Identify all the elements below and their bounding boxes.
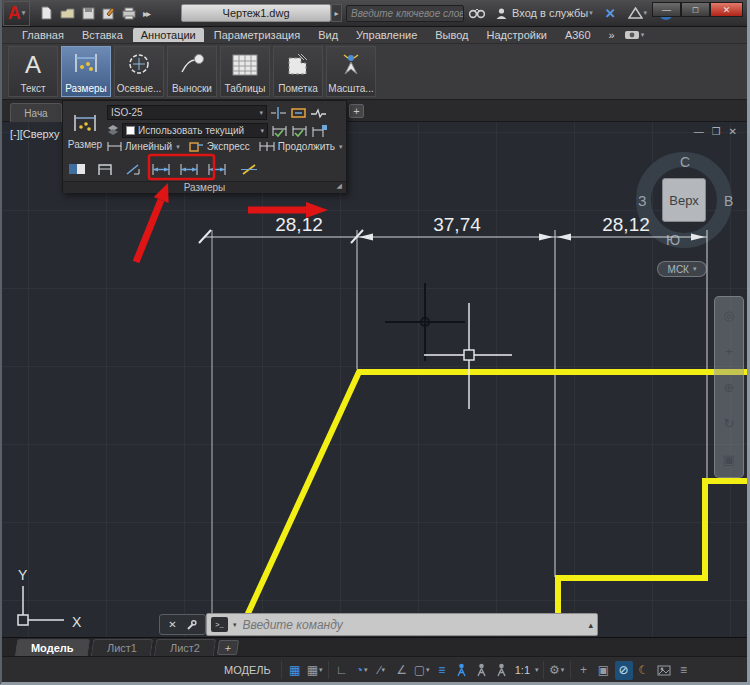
- filename-tab[interactable]: Чертеж1.dwg: [181, 4, 331, 22]
- scale-caret-icon[interactable]: ▾: [535, 666, 539, 674]
- filename-menu-arrow-icon[interactable]: ▸: [331, 4, 342, 22]
- break-dimension-icon[interactable]: [270, 106, 287, 120]
- isodraft-icon[interactable]: ∕▾: [373, 661, 391, 680]
- graphics-performance-icon[interactable]: ⊘: [615, 661, 633, 680]
- tab-layout1[interactable]: Лист1: [90, 639, 152, 656]
- model-space-button[interactable]: МОДЕЛЬ: [218, 664, 277, 676]
- exchange-apps-icon[interactable]: ✕: [605, 6, 616, 21]
- vp-close-icon[interactable]: ✕: [729, 126, 737, 137]
- new-file-icon[interactable]: [40, 6, 53, 20]
- current-scale-button[interactable]: 1:1: [513, 664, 532, 676]
- new-layout-button[interactable]: +: [217, 640, 239, 655]
- ribbon-display-icon[interactable]: ▾: [624, 30, 645, 40]
- tab-model[interactable]: Модель: [15, 639, 90, 656]
- search-input[interactable]: Введите ключевое слово/фразу: [346, 5, 464, 22]
- express-button[interactable]: Экспресс: [207, 141, 250, 152]
- signin-person-icon[interactable]: [495, 7, 508, 20]
- continue-button[interactable]: Продолжить: [278, 141, 335, 152]
- polar-tracking-icon[interactable]: ◔▾: [353, 661, 371, 680]
- adjust-space-icon[interactable]: [290, 106, 307, 120]
- command-line[interactable]: >_ ▾ ▴: [206, 613, 598, 636]
- inspect-dimension-icon[interactable]: [271, 124, 288, 138]
- ortho-mode-icon[interactable]: ∟: [333, 661, 351, 680]
- navigation-bar[interactable]: ◎ + ⊕ ↻ ▣: [714, 296, 744, 478]
- grid-display-icon[interactable]: ▦: [286, 661, 304, 680]
- dim-style-combo[interactable]: ISO-25▾: [107, 105, 267, 120]
- panel-dimensions-button[interactable]: Размеры: [61, 46, 111, 97]
- quick-view-icon[interactable]: [655, 661, 673, 680]
- tab-vstavka[interactable]: Вставка: [74, 28, 131, 42]
- pan-icon[interactable]: +: [725, 344, 733, 359]
- ucs-badge[interactable]: МСК▾: [657, 261, 707, 277]
- viewcube-face-top[interactable]: Верх: [662, 178, 706, 222]
- panel-launcher-icon[interactable]: ◢: [337, 182, 342, 190]
- annotation-scale-icon[interactable]: [493, 661, 511, 680]
- dim-style-h-icon[interactable]: [94, 160, 116, 178]
- customization-menu-icon[interactable]: ≡: [675, 661, 693, 680]
- panel-scale-button[interactable]: Масшта...: [326, 46, 376, 97]
- tab-layout2[interactable]: Лист2: [153, 639, 215, 656]
- panel-tables-button[interactable]: Таблицы: [220, 46, 270, 97]
- lineweight-icon[interactable]: ≡: [433, 661, 451, 680]
- update-icon[interactable]: [66, 160, 88, 178]
- viewcube-north[interactable]: С: [680, 154, 690, 170]
- arrowheads-both-icon[interactable]: [150, 160, 172, 178]
- new-drawing-tab-button[interactable]: +: [349, 104, 364, 118]
- annotation-visibility-icon[interactable]: [453, 661, 471, 680]
- open-folder-icon[interactable]: [60, 7, 75, 20]
- navwheel-icon[interactable]: ◎: [723, 308, 734, 323]
- viewcube[interactable]: С З В Ю Верх: [636, 152, 732, 248]
- linear-button[interactable]: Линейный: [125, 141, 172, 152]
- tab-vid[interactable]: Вид: [310, 28, 346, 42]
- panel-title[interactable]: Размеры: [63, 181, 346, 193]
- panel-centerlines-button[interactable]: Осевые...: [114, 46, 164, 97]
- viewcube-south[interactable]: Ю: [666, 232, 680, 248]
- arrowheads-first-icon[interactable]: [178, 160, 200, 178]
- panel-leaders-button[interactable]: Выноски: [167, 46, 217, 97]
- annotation-autoscale-icon[interactable]: [473, 661, 491, 680]
- close-button[interactable]: ✕: [710, 2, 743, 17]
- tab-nadstroyki[interactable]: Надстройки: [479, 28, 555, 42]
- app-logo-icon[interactable]: A▾: [3, 1, 30, 26]
- update-dimension-icon[interactable]: [311, 124, 328, 138]
- command-prompt-icon[interactable]: >_: [211, 617, 228, 632]
- vp-minimize-icon[interactable]: —: [694, 126, 704, 137]
- tab-glavnaya[interactable]: Главная: [14, 28, 72, 42]
- tab-a360[interactable]: A360: [557, 28, 599, 42]
- maximize-button[interactable]: □: [681, 2, 710, 17]
- continue-caret-icon[interactable]: ▾: [339, 143, 343, 151]
- dimension-split-button[interactable]: Размер: [65, 103, 105, 159]
- panel-text-button[interactable]: A Текст: [8, 46, 58, 97]
- showmotion-icon[interactable]: ▣: [723, 452, 735, 467]
- a360-icon[interactable]: ▾: [628, 7, 648, 19]
- object-snap-icon[interactable]: ▢▾: [413, 661, 431, 680]
- tab-vyvod[interactable]: Вывод: [427, 28, 476, 42]
- isolate-objects-icon[interactable]: ▣: [595, 661, 613, 680]
- zoom-icon[interactable]: ⊕: [724, 380, 735, 395]
- tab-upravlenie[interactable]: Управление: [348, 28, 425, 42]
- save-icon[interactable]: [82, 7, 95, 20]
- tab-overflow-icon[interactable]: »: [601, 28, 622, 42]
- binoculars-search-icon[interactable]: [469, 7, 485, 19]
- tab-annotacii[interactable]: Аннотации: [133, 28, 204, 42]
- clean-screen-icon[interactable]: ☾: [635, 661, 653, 680]
- panel-markup-button[interactable]: Пометка: [273, 46, 323, 97]
- vp-restore-icon[interactable]: ❒: [712, 126, 721, 137]
- viewcube-east[interactable]: В: [724, 193, 733, 209]
- signin-label[interactable]: Вход в службы: [512, 7, 588, 19]
- jog-line-icon[interactable]: [310, 106, 327, 120]
- orbit-icon[interactable]: ↻: [724, 416, 735, 431]
- qat-more-icon[interactable]: ▸▸: [143, 8, 149, 19]
- reassociate-dimension-icon[interactable]: [291, 124, 308, 138]
- cmd-wrench-icon[interactable]: [185, 619, 197, 631]
- viewport-controls-label[interactable]: [-][Сверху: [10, 128, 60, 140]
- command-expand-icon[interactable]: ▴: [588, 620, 593, 630]
- signin-caret-icon[interactable]: ▾: [589, 9, 593, 17]
- viewcube-west[interactable]: З: [638, 193, 646, 209]
- snap-mode-icon[interactable]: ▦▾: [306, 661, 324, 680]
- minimize-button[interactable]: —: [652, 2, 681, 17]
- arrowheads-second-icon[interactable]: [206, 160, 228, 178]
- skew-icon[interactable]: [122, 160, 144, 178]
- cmd-close-icon[interactable]: ✕: [168, 619, 176, 630]
- dim-layer-combo[interactable]: Использовать текущий▾: [122, 123, 268, 138]
